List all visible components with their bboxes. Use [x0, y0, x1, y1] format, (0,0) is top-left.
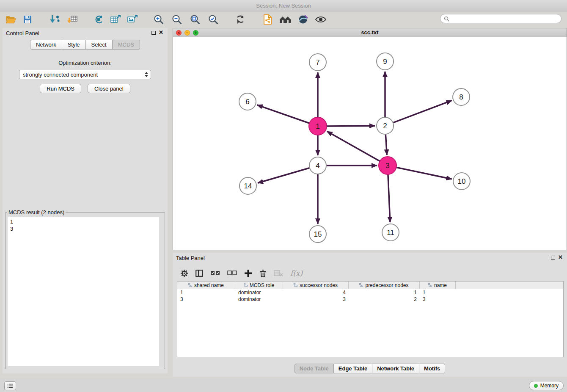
tab-edge-table[interactable]: Edge Table: [334, 364, 372, 373]
table-body: 1dominator4113dominator323: [177, 289, 563, 303]
table-row[interactable]: 1dominator411: [177, 289, 563, 296]
network-view-window: × − + scc.txt 7968124314101511: [173, 28, 567, 250]
graph-edge-1-2[interactable]: [326, 126, 375, 126]
add-row-button[interactable]: [244, 269, 252, 277]
node-table: shared nameMCDS rolesuccessor nodesprede…: [177, 281, 564, 357]
tab-node-table[interactable]: Node Table: [295, 364, 334, 373]
network-graph: 7968124314101511: [173, 37, 567, 250]
list-icon: [7, 384, 13, 388]
unchecked-boxes-icon: [227, 271, 237, 276]
table-cell[interactable]: 1: [420, 289, 456, 296]
window-title: Session: New Session: [256, 3, 311, 9]
network-window-titlebar[interactable]: × − + scc.txt: [173, 28, 567, 37]
graph-edge-1-6[interactable]: [257, 105, 310, 124]
graph-edge-3-1[interactable]: [327, 131, 381, 161]
graph-edge-4-14[interactable]: [258, 168, 311, 183]
graph-edge-3-11[interactable]: [388, 174, 390, 222]
table-cell[interactable]: 3: [177, 296, 235, 303]
export-image-button[interactable]: [125, 13, 140, 26]
delete-row-button[interactable]: [259, 269, 267, 277]
import-table-icon: [67, 14, 78, 25]
minimize-window-icon[interactable]: −: [184, 30, 190, 36]
style-preview-button[interactable]: [296, 13, 310, 26]
tab-network[interactable]: Network: [30, 40, 62, 50]
column-header-predecessor-nodes[interactable]: predecessor nodes: [349, 282, 420, 289]
show-columns-button[interactable]: [195, 270, 203, 277]
mcds-result-box: MCDS result (2 nodes) 1 3: [5, 209, 165, 369]
zoom-selected-button[interactable]: [206, 13, 220, 26]
main-toolbar: [0, 12, 567, 27]
column-header-shared-name[interactable]: shared name: [177, 282, 235, 289]
table-cell[interactable]: dominator: [235, 296, 283, 303]
table-row[interactable]: 3dominator323: [177, 296, 563, 303]
table-cell[interactable]: 3: [283, 296, 349, 303]
graph-edge-2-8[interactable]: [392, 100, 452, 123]
zoom-fit-icon: [190, 14, 201, 25]
tab-motifs[interactable]: Motifs: [419, 364, 445, 373]
deselect-all-button[interactable]: [227, 271, 237, 276]
graph-edge-2-3[interactable]: [385, 133, 387, 155]
zoom-out-icon: [171, 14, 182, 25]
memory-button[interactable]: Memory: [529, 381, 564, 390]
table-panel-tabs: Node TableEdge TableNetwork TableMotifs: [173, 364, 567, 373]
graph-edge-3-10[interactable]: [396, 167, 452, 179]
show-hide-graphics-button[interactable]: [314, 13, 328, 26]
export-table-button[interactable]: [108, 13, 123, 26]
function-builder-button[interactable]: f(x): [290, 269, 303, 277]
close-panel-button[interactable]: Close panel: [88, 84, 130, 93]
dropdown-stepper-icon: [145, 72, 148, 77]
refresh-icon: [235, 14, 246, 25]
table-cell[interactable]: dominator: [235, 289, 283, 296]
open-in-browser-button[interactable]: [260, 13, 275, 26]
zoom-fit-button[interactable]: [188, 13, 202, 26]
run-mcds-button[interactable]: Run MCDS: [40, 84, 81, 93]
tab-network-table[interactable]: Network Table: [372, 364, 419, 373]
control-panel: Control Panel ✕ Network Style Select MCD…: [3, 28, 168, 373]
close-icon[interactable]: ✕: [159, 30, 163, 36]
table-cell[interactable]: 3: [420, 296, 456, 303]
tab-style[interactable]: Style: [62, 40, 86, 50]
network-window-title: scc.txt: [361, 29, 378, 36]
save-session-button[interactable]: [20, 13, 35, 26]
close-window-icon[interactable]: ×: [176, 30, 182, 36]
zoom-out-button[interactable]: [170, 13, 184, 26]
table-cell[interactable]: 4: [283, 289, 349, 296]
zoom-in-button[interactable]: [151, 13, 166, 26]
table-cell[interactable]: 1: [349, 289, 420, 296]
column-header-name[interactable]: name: [420, 282, 456, 289]
table-cell[interactable]: 1: [177, 289, 235, 296]
panel-list-button[interactable]: [4, 381, 16, 390]
refresh-button[interactable]: [233, 13, 248, 26]
export-network-button[interactable]: [91, 13, 106, 26]
table-panel: Table Panel ✕: [173, 253, 567, 377]
network-canvas[interactable]: 7968124314101511: [173, 37, 567, 250]
tab-select[interactable]: Select: [86, 40, 113, 50]
table-header-row: shared nameMCDS rolesuccessor nodesprede…: [177, 282, 563, 289]
table-settings-button[interactable]: [180, 269, 188, 277]
graph-node-label: 2: [383, 122, 387, 130]
select-all-button[interactable]: [210, 271, 220, 276]
control-panel-title: Control Panel: [6, 30, 39, 36]
import-network-button[interactable]: [47, 13, 62, 26]
column-header-MCDS-role[interactable]: MCDS role: [235, 282, 283, 289]
float-window-icon[interactable]: [151, 31, 156, 35]
graph-node-label: 6: [245, 98, 249, 106]
delete-table-button[interactable]: [274, 270, 283, 276]
trash-icon: [259, 269, 267, 277]
gear-icon: [180, 269, 188, 277]
float-window-icon[interactable]: [551, 256, 555, 259]
maximize-window-icon[interactable]: +: [193, 30, 198, 36]
graph-node-label: 9: [383, 58, 387, 66]
optimization-dropdown[interactable]: strongly connected component: [19, 70, 151, 79]
search-field[interactable]: [440, 14, 561, 23]
mcds-result-title: MCDS result (2 nodes): [7, 209, 66, 215]
close-icon[interactable]: ✕: [558, 254, 563, 260]
memory-button-label: Memory: [540, 383, 559, 389]
open-session-button[interactable]: [3, 13, 18, 26]
search-input[interactable]: [451, 15, 561, 22]
tab-mcds[interactable]: MCDS: [113, 40, 140, 50]
import-table-button[interactable]: [65, 13, 80, 26]
column-header-successor-nodes[interactable]: successor nodes: [283, 282, 349, 289]
table-cell[interactable]: 2: [349, 296, 420, 303]
home-button[interactable]: [278, 13, 292, 26]
